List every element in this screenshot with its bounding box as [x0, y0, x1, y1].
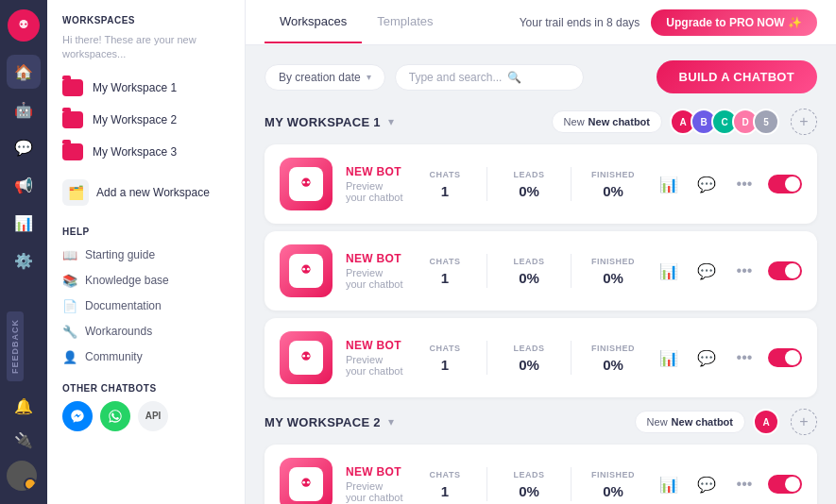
chat-bot-icon[interactable]: 💬	[692, 170, 721, 198]
broadcast-icon[interactable]: 📢	[7, 168, 41, 202]
finished-value: 0%	[603, 270, 623, 286]
bot-toggle[interactable]	[768, 348, 802, 367]
help-starting-guide[interactable]: 📖 Starting guide	[47, 243, 245, 268]
add-member-button[interactable]: +	[791, 109, 817, 135]
workspace-1-title: MY WORKSPACE 1	[264, 115, 381, 129]
sidebar-subtitle: Hi there! These are your new workspaces.…	[47, 29, 245, 72]
bot-actions: 📊 💬 •••	[655, 344, 802, 372]
workspace-2-title: MY WORKSPACE 2	[264, 415, 381, 429]
workspace-folder-icon	[62, 111, 83, 128]
search-icon: 🔍	[507, 71, 521, 84]
help-item-label: Community	[85, 350, 143, 363]
whatsapp-chatbot-icon[interactable]	[100, 401, 130, 431]
book-icon: 📖	[62, 248, 77, 262]
sidebar-item-workspace-3[interactable]: My Workspace 3	[47, 136, 245, 168]
help-knowledge-base[interactable]: 📚 Knowledge base	[47, 268, 245, 294]
icon-bar-bottom: FEEDBACK 🔔 🔌	[7, 311, 41, 495]
help-workarounds[interactable]: 🔧 Workarounds	[47, 319, 245, 344]
leads-label: LEADS	[513, 257, 544, 266]
more-options-icon[interactable]: •••	[730, 257, 759, 285]
settings-icon[interactable]: ⚙️	[7, 244, 41, 277]
new-chatbot-button-1[interactable]: New New chatbot	[552, 110, 662, 133]
leads-value: 0%	[519, 357, 539, 373]
bot-card: NEW BOT Preview your chatbot CHATS 1 LEA…	[264, 318, 817, 397]
help-documentation[interactable]: 📄 Documentation	[47, 294, 245, 319]
bot-preview: Preview your chatbot	[346, 267, 403, 290]
feedback-button[interactable]: FEEDBACK	[7, 311, 24, 381]
more-options-icon[interactable]: •••	[730, 344, 759, 372]
integrations-icon[interactable]: 🔌	[7, 423, 41, 457]
workspace-2-chevron[interactable]: ▾	[388, 415, 394, 428]
new-chatbot-button-2[interactable]: New New chatbot	[635, 411, 745, 433]
chats-label: CHATS	[430, 470, 461, 479]
chat-icon[interactable]: 💬	[7, 130, 41, 164]
upgrade-button[interactable]: Upgrade to PRO NOW ✨	[651, 9, 817, 36]
workaround-icon: 🔧	[62, 325, 77, 339]
finished-stat: FINISHED 0%	[585, 257, 641, 286]
sidebar: WORKSPACES Hi there! These are your new …	[47, 0, 246, 504]
sidebar-item-workspace-2[interactable]: My Workspace 2	[47, 104, 245, 136]
svg-point-5	[307, 181, 310, 184]
workspace-3-label: My Workspace 3	[93, 145, 177, 159]
analytics-bot-icon[interactable]: 📊	[655, 344, 683, 372]
icon-bar: 🏠 🤖 💬 📢 📊 ⚙️ FEEDBACK 🔔 🔌	[0, 0, 47, 504]
chats-value: 1	[441, 183, 449, 199]
chats-value: 1	[441, 483, 449, 499]
bot-info: NEW BOT Preview your chatbot	[346, 339, 403, 377]
help-item-label: Knowledge base	[85, 274, 169, 287]
stat-divider	[486, 467, 487, 501]
api-chatbot-icon[interactable]: API	[138, 401, 168, 431]
workspace-folder-icon	[62, 79, 83, 96]
chats-label: CHATS	[430, 344, 461, 353]
svg-point-10	[302, 355, 305, 358]
chat-bot-icon[interactable]: 💬	[692, 344, 721, 372]
svg-point-2	[25, 23, 26, 25]
more-options-icon[interactable]: •••	[730, 470, 759, 498]
tab-workspaces[interactable]: Workspaces	[264, 1, 362, 43]
chat-bot-icon[interactable]: 💬	[692, 470, 721, 498]
workspace-1-chevron[interactable]: ▾	[388, 115, 394, 128]
bot-toggle[interactable]	[768, 261, 802, 280]
svg-point-4	[302, 181, 305, 184]
bot-toggle[interactable]	[768, 175, 802, 193]
analytics-bot-icon[interactable]: 📊	[655, 170, 683, 198]
add-member-button-2[interactable]: +	[791, 409, 817, 435]
analytics-icon[interactable]: 📊	[7, 206, 41, 240]
bot-toggle[interactable]	[768, 475, 802, 494]
finished-value: 0%	[603, 357, 623, 373]
user-avatar[interactable]	[7, 461, 37, 491]
date-filter[interactable]: By creation date ▾	[264, 64, 385, 91]
messenger-chatbot-icon[interactable]	[62, 401, 93, 431]
bot-inner-icon	[289, 467, 323, 501]
app-logo[interactable]	[8, 9, 40, 42]
add-workspace-button[interactable]: 🗂️ Add a new Workspace	[47, 172, 245, 213]
search-bar[interactable]: Type and search... 🔍	[395, 64, 584, 91]
chat-bot-icon[interactable]: 💬	[692, 257, 721, 285]
stat-divider	[486, 254, 487, 288]
home-icon[interactable]: 🏠	[7, 55, 41, 89]
help-header: HELP	[47, 213, 245, 243]
more-options-icon[interactable]: •••	[730, 170, 759, 198]
help-item-label: Workarounds	[85, 325, 152, 338]
leads-label: LEADS	[513, 344, 544, 353]
leads-value: 0%	[519, 270, 539, 286]
sidebar-item-workspace-1[interactable]: My Workspace 1	[47, 72, 245, 104]
leads-value: 0%	[519, 183, 539, 199]
notifications-icon[interactable]: 🔔	[7, 389, 41, 423]
date-filter-label: By creation date	[279, 71, 361, 84]
workspace-1-section-header: MY WORKSPACE 1 ▾ New New chatbot A B C D…	[264, 109, 817, 135]
stat-divider	[571, 467, 572, 501]
tab-templates[interactable]: Templates	[362, 1, 448, 43]
svg-point-13	[302, 481, 305, 484]
build-chatbot-button[interactable]: BUILD A CHATBOT	[657, 60, 817, 93]
chats-stat: CHATS 1	[417, 257, 473, 286]
chatbot-bold-label: New chatbot	[589, 116, 650, 127]
analytics-bot-icon[interactable]: 📊	[655, 470, 683, 498]
workspace-2-section-header: MY WORKSPACE 2 ▾ New New chatbot A +	[264, 409, 817, 435]
analytics-bot-icon[interactable]: 📊	[655, 257, 683, 285]
bot-icon-wrap	[280, 458, 333, 504]
bots-icon[interactable]: 🤖	[7, 92, 41, 126]
add-workspace-icon: 🗂️	[62, 179, 89, 206]
bot-actions: 📊 💬 •••	[655, 257, 802, 285]
help-community[interactable]: 👤 Community	[47, 344, 245, 370]
